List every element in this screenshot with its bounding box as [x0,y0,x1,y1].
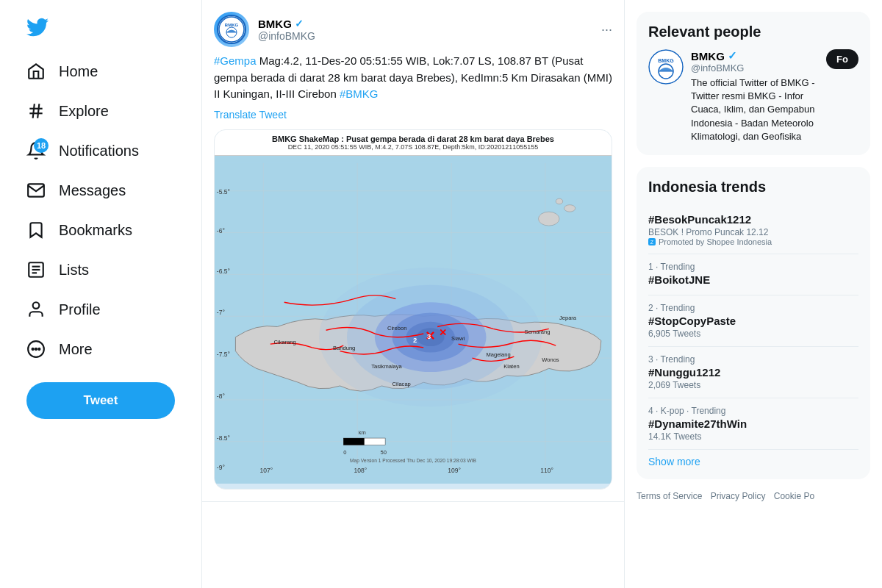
relevant-people-section: Relevant people BMKG BMKG ✓ @infoBMKG Th… [637,12,870,155]
tweet-map: BMKG ShakeMap : Pusat gempa berada di da… [214,129,612,490]
trend-tweets-3: 2,069 Tweets [648,380,858,390]
trend-name-4[interactable]: #Dynamite27thWin [648,417,858,430]
sidebar-item-profile[interactable]: Profile [15,291,187,328]
svg-text:Klaten: Klaten [503,363,519,370]
sidebar-item-label-explore: Explore [59,103,109,120]
sidebar: Home Explore 18 Notifications Messa [0,0,202,588]
tweet-header: BMKG BMKG ✓ @infoBMKG ··· [214,12,612,47]
sidebar-item-label-notifications: Notifications [59,143,139,159]
svg-text:-7°: -7° [217,309,225,316]
svg-text:0: 0 [343,448,346,455]
svg-text:-6.5°: -6.5° [217,267,230,274]
trend-tweets-2: 6,905 Tweets [648,329,858,339]
svg-text:Siawi: Siawi [451,335,465,342]
footer-links: Terms of Service Privacy Policy Cookie P… [637,491,870,501]
trend-item-4: 4 · K-pop · Trending #Dynamite27thWin 14… [648,398,858,450]
svg-text:Magelang: Magelang [486,351,510,358]
svg-text:50: 50 [380,448,386,455]
relevant-person: BMKG BMKG ✓ @infoBMKG The official Twitt… [648,49,858,143]
svg-text:-6°: -6° [217,226,225,234]
footer-link-privacy[interactable]: Privacy Policy [711,491,766,501]
svg-text:Semarang: Semarang [525,328,551,334]
sidebar-item-label-lists: Lists [59,262,89,279]
rel-bio: The official Twitter of BMKG - Twitter r… [691,76,819,143]
rel-avatar: BMKG [648,49,684,85]
trends-title: Indonesia trends [648,179,858,196]
svg-text:✕: ✕ [439,326,447,337]
sidebar-item-bookmarks[interactable]: Bookmarks [15,212,187,248]
svg-text:110°: 110° [540,467,553,474]
svg-text:107°: 107° [260,467,273,474]
svg-point-12 [38,348,40,350]
svg-point-13 [219,17,244,42]
map-svg: ✕ ✕ 2 3 Cikarang Bandung Cirebon Tasikma… [215,156,612,484]
sidebar-item-home[interactable]: Home [15,53,187,90]
sidebar-item-notifications[interactable]: 18 Notifications [15,132,187,169]
list-icon [26,260,46,279]
svg-text:-9°: -9° [217,463,225,470]
sidebar-item-label-bookmarks: Bookmarks [59,222,132,239]
rel-verified-badge: ✓ [728,49,737,62]
svg-text:Z: Z [650,240,654,245]
footer-link-cookie[interactable]: Cookie Po [774,491,814,501]
rel-handle: @infoBMKG [691,62,819,74]
bmkg-logo-avatar: BMKG [217,15,246,44]
sidebar-item-explore[interactable]: Explore [15,93,187,129]
svg-point-31 [556,198,562,204]
hashtag1[interactable]: #Gempa [214,54,257,67]
svg-text:-8°: -8° [217,392,225,400]
follow-button[interactable]: Fo [826,49,858,69]
trend-name-2[interactable]: #StopCopyPaste [648,315,858,327]
svg-text:km: km [359,429,366,436]
tweet-text: #Gempa Mag:4.2, 11-Des-20 05:51:55 WIB, … [214,53,612,103]
trend-detail-besok: BESOK ! Promo Puncak 12.12 [648,227,858,237]
svg-text:Cilacap: Cilacap [392,381,411,387]
trend-meta-4: 4 · K-pop · Trending [648,406,858,416]
tweet-button[interactable]: Tweet [26,382,175,419]
map-body: ✕ ✕ 2 3 Cikarang Bandung Cirebon Tasikma… [215,156,612,484]
sidebar-item-messages[interactable]: Messages [15,172,187,209]
tweet-user-info: BMKG ✓ @infoBMKG [258,18,601,42]
svg-text:-5.5°: -5.5° [217,188,230,196]
translate-link[interactable]: Translate Tweet [214,109,612,121]
svg-text:Cirebon: Cirebon [387,325,406,331]
tweet: BMKG BMKG ✓ @infoBMKG ··· #Gempa [202,0,624,502]
show-more-link[interactable]: Show more [648,456,858,467]
avatar-image: BMKG [214,12,249,47]
svg-text:108°: 108° [354,467,367,474]
trend-item-3: 3 · Trending #Nunggu1212 2,069 Tweets [648,347,858,398]
envelope-icon [26,181,46,200]
hashtag2[interactable]: #BMKG [340,87,379,100]
trend-name-3[interactable]: #Nunggu1212 [648,366,858,379]
rel-display-name: BMKG ✓ [691,49,819,62]
sidebar-item-label-home: Home [59,63,98,80]
trend-item-1: 1 · Trending #BoikotJNE [648,254,858,295]
rel-person-info: BMKG ✓ @infoBMKG The official Twitter of… [691,49,819,143]
svg-text:Wonos: Wonos [542,356,559,362]
bell-icon: 18 [26,141,46,160]
twitter-logo[interactable] [15,7,187,50]
notifications-badge: 18 [34,138,49,153]
trend-name-1[interactable]: #BoikotJNE [648,273,858,286]
sidebar-item-lists[interactable]: Lists [15,251,187,288]
tweet-handle: @infoBMKG [258,30,601,42]
indonesia-trends-section: Indonesia trends #BesokPuncak1212 BESOK … [637,167,870,479]
tweet-more-button[interactable]: ··· [601,22,612,37]
footer-link-tos[interactable]: Terms of Service [637,491,702,501]
trend-meta-2: 2 · Trending [648,303,858,313]
svg-text:Jepara: Jepara [559,315,577,321]
map-subtitle: DEC 11, 2020 05:51:55 WIB, M:4.2, 7.07S … [222,143,604,151]
svg-text:Bandung: Bandung [333,344,355,351]
sidebar-item-label-profile: Profile [59,301,101,318]
promoted-by-label: Promoted by Shopee Indonesia [659,237,772,246]
hashtag-icon [26,101,46,121]
svg-point-29 [539,212,559,226]
verified-badge: ✓ [295,18,304,29]
tweet-display-name: BMKG ✓ [258,18,601,30]
trend-meta-3: 3 · Trending [648,354,858,365]
right-sidebar: Relevant people BMKG BMKG ✓ @infoBMKG Th… [625,0,882,588]
trend-name-besok[interactable]: #BesokPuncak1212 [648,213,858,226]
svg-text:3: 3 [427,331,431,340]
sidebar-item-more[interactable]: More [15,331,187,368]
svg-line-2 [33,104,35,118]
